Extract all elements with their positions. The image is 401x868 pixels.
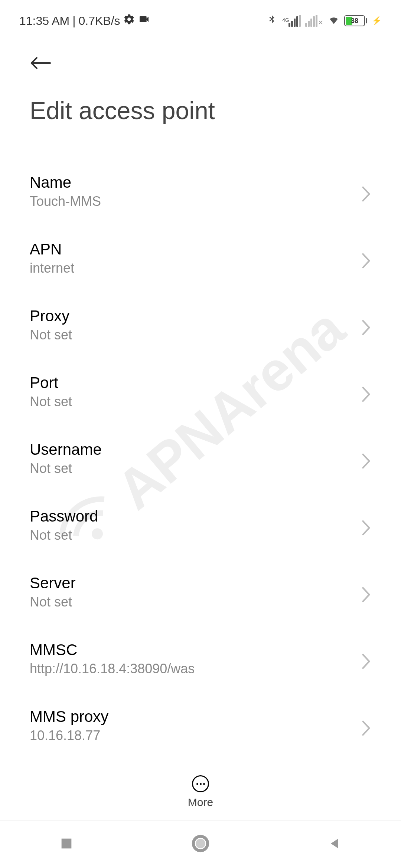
header [0,33,401,74]
status-speed: 0.7KB/s [79,14,120,28]
chevron-right-icon [361,186,371,197]
svg-point-2 [196,839,205,848]
setting-value: Not set [30,527,98,543]
setting-label: Username [30,441,102,458]
charging-icon: ⚡ [372,16,382,26]
bluetooth-icon [266,14,278,27]
wifi-icon [328,14,340,27]
setting-value: Not set [30,461,102,476]
setting-row-port[interactable]: Port Not set [30,358,371,425]
battery-percentage: 38 [351,17,358,25]
more-button[interactable] [192,775,209,792]
svg-rect-0 [61,839,71,849]
setting-label: Server [30,574,76,592]
setting-value: http://10.16.18.4:38090/was [30,661,195,677]
battery-icon: 38 [344,15,367,26]
chevron-right-icon [361,520,371,530]
setting-value: Not set [30,594,76,610]
setting-value: internet [30,260,74,276]
chevron-right-icon [361,253,371,263]
chevron-right-icon [361,654,371,664]
chevron-right-icon [361,453,371,464]
signal-group-1: 4G [282,15,301,27]
setting-row-apn[interactable]: APN internet [30,225,371,292]
setting-value: 10.16.18.77 [30,728,108,743]
nav-home-button[interactable] [192,835,209,854]
signal-group-2: ✕ [305,15,323,27]
setting-row-proxy[interactable]: Proxy Not set [30,292,371,358]
nav-recents-button[interactable] [59,836,74,852]
setting-label: Port [30,374,72,392]
settings-list: Name Touch-MMS APN internet Proxy Not se… [0,158,401,757]
video-camera-icon [138,13,150,28]
setting-row-password[interactable]: Password Not set [30,492,371,559]
nav-back-button[interactable] [327,836,342,852]
scroll-fade [0,753,401,768]
setting-row-mms-proxy[interactable]: MMS proxy 10.16.18.77 [30,692,371,757]
no-sim-icon: ✕ [318,19,323,27]
setting-row-server[interactable]: Server Not set [30,559,371,625]
setting-row-mmsc[interactable]: MMSC http://10.16.18.4:38090/was [30,625,371,692]
chevron-right-icon [361,320,371,330]
chevron-right-icon [361,587,371,597]
signal-bars-secondary-icon [305,15,317,27]
status-separator: | [72,14,75,28]
back-button[interactable] [30,52,52,74]
status-bar: 11:35 AM | 0.7KB/s 4G [0,0,401,33]
setting-label: MMS proxy [30,708,108,726]
navigation-bar [0,820,401,868]
status-left: 11:35 AM | 0.7KB/s [19,13,150,28]
setting-value: Not set [30,394,72,410]
gear-icon [123,13,135,28]
signal-bars-icon [288,15,301,27]
setting-label: Password [30,507,98,525]
setting-label: Proxy [30,307,72,325]
status-time: 11:35 AM [19,14,69,28]
setting-label: Name [30,174,101,191]
page-title: Edit access point [0,74,401,158]
bottom-action-bar: More [0,764,401,820]
setting-value: Touch-MMS [30,194,101,209]
status-right: 4G ✕ 38 [266,14,382,27]
setting-label: APN [30,240,74,258]
setting-row-username[interactable]: Username Not set [30,425,371,492]
chevron-right-icon [361,720,371,731]
setting-value: Not set [30,327,72,343]
setting-label: MMSC [30,641,195,659]
more-label: More [188,796,213,809]
setting-row-name[interactable]: Name Touch-MMS [30,158,371,225]
network-type-label: 4G [282,17,289,23]
chevron-right-icon [361,387,371,397]
